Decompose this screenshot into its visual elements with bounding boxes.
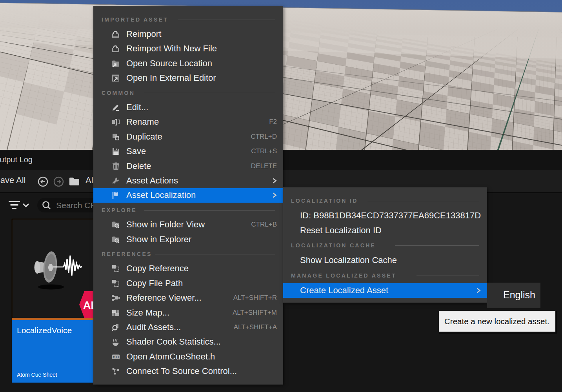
svg-text:C++: C++ — [113, 355, 120, 359]
